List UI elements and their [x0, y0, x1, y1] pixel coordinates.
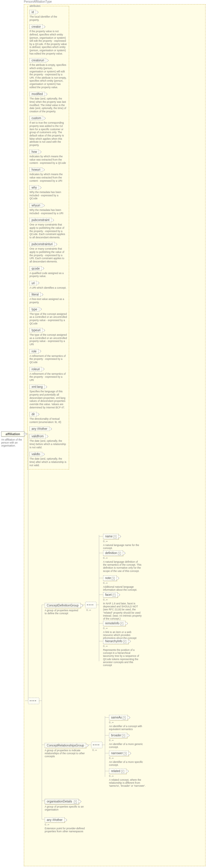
- attribute-desc: The type of the concept assigned as a co…: [29, 312, 67, 325]
- expand-icon[interactable]: +: [123, 640, 126, 643]
- element-desc: A related concept, where the relationshi…: [109, 778, 148, 787]
- group-concept-definition-label: ConceptDefinitionGroup: [45, 603, 81, 608]
- attribute-label: xml:lang: [29, 384, 45, 389]
- attribute-label: validto: [29, 452, 42, 456]
- attribute-label: why: [29, 185, 39, 190]
- element-desc: A natural language name for the concept.: [103, 544, 142, 550]
- cardinality: 0..∞: [109, 756, 148, 760]
- sequence-compositor-main: [28, 698, 39, 704]
- element-any-other-label: any ##other: [45, 817, 65, 823]
- element-hierarchyinfo: hierarchyInfo+0..∞Represents the positio…: [103, 639, 142, 666]
- group-concept-relationships-label: ConceptRelationshipsGroup: [45, 743, 86, 748]
- attribute-typeuri: typeuriThe type of the concept assigned …: [29, 328, 67, 346]
- attribute-roleuri: roleuriA refinement of the semantics of …: [29, 367, 67, 382]
- attribute-desc: Why the metadata has been included - exp…: [29, 191, 67, 200]
- cardinality: 0..∞: [109, 739, 148, 742]
- element-label: note+: [103, 576, 117, 581]
- attribute-desc: A qualified code assigned as a property …: [29, 272, 67, 278]
- attribute-dir: dirThe directionality of textual content…: [29, 412, 67, 424]
- element-desc: A natural language definition of the sem…: [103, 560, 142, 572]
- expand-icon[interactable]: +: [124, 752, 126, 755]
- cardinality-crg: 0..∞: [92, 749, 97, 751]
- attribute-howuri: howuriIndicates by which means the value…: [29, 167, 67, 182]
- sequence-compositor-cdg: [85, 602, 96, 608]
- attribute-qcode: qcodeA qualified code assigned as a prop…: [29, 266, 67, 278]
- expand-icon[interactable]: +: [121, 770, 124, 773]
- cardinality-any: 0..∞: [45, 823, 86, 826]
- element-organisation-details-label: organisationDetails +: [45, 799, 79, 804]
- attribute-desc: Why the metadata has been included - exp…: [29, 209, 67, 215]
- attribute-desc: A URI which identifies a concept.: [29, 286, 67, 289]
- element-organisation-details: organisationDetails + A group of propert…: [45, 799, 86, 811]
- element-remoteinfo: remoteInfo+0..∞A link to an item or a we…: [103, 621, 142, 640]
- expand-icon[interactable]: +: [123, 716, 126, 719]
- attribute-label: uri: [29, 281, 37, 285]
- attribute-label: modified: [29, 92, 45, 96]
- attribute-label: creatoruri: [29, 58, 46, 63]
- attribute-label: pubconstrainturi: [29, 242, 55, 246]
- element-label: broader+: [109, 733, 127, 738]
- attribute-desc: The date (and, optionally, the time) whe…: [29, 97, 67, 113]
- attribute-desc: A refinement of the semantics of the pro…: [29, 354, 67, 364]
- attribute-type: typeThe type of the concept assigned as …: [29, 307, 67, 325]
- element-desc: A link to an item or a web resource whic…: [103, 630, 142, 640]
- root-element-label: affiliation: [1, 431, 24, 437]
- cardinality: 0..∞: [109, 774, 148, 777]
- expand-icon[interactable]: +: [122, 734, 125, 737]
- expand-icon[interactable]: +: [113, 594, 116, 597]
- cardinality: 0..∞: [103, 540, 142, 543]
- element-label: narrower+: [109, 751, 129, 756]
- attribute-label: howuri: [29, 167, 42, 172]
- expand-icon[interactable]: +: [118, 552, 121, 555]
- attribute-desc: If the attribute is empty, specifies whi…: [29, 63, 67, 89]
- group-concept-definition: ConceptDefinitionGroup A group of proper…: [45, 603, 79, 615]
- attribute-desc: A refinement of the semantics of the pro…: [29, 372, 67, 382]
- expand-icon[interactable]: +: [112, 577, 115, 580]
- root-element: affiliation An affiliation of the person…: [1, 431, 24, 447]
- element-desc: In NAR 1.8 and later, facet is deprecate…: [103, 602, 142, 620]
- attribute-desc: Indicates by which means the value was e…: [29, 173, 67, 182]
- element-desc: Additional natural language information …: [103, 585, 142, 591]
- attribute-label: how: [29, 150, 39, 154]
- attribute-desc: The local identifier of the property.: [29, 15, 67, 22]
- attribute-desc: A free-text value assigned as a property…: [29, 298, 67, 304]
- attribute-label: id: [29, 10, 36, 14]
- attribute-role: roleA refinement of the semantics of the…: [29, 349, 67, 364]
- element-organisation-details-label-text: organisationDetails: [47, 800, 72, 803]
- element-desc: An identifier of a more specific concept…: [109, 761, 148, 767]
- element-related: related+0..∞A related concept, where the…: [109, 769, 148, 787]
- attribute-whyuri: whyuriWhy the metadata has been included…: [29, 203, 67, 215]
- expand-icon[interactable]: +: [74, 800, 77, 803]
- element-any-other: any ##other 0..∞ Extension point for pro…: [45, 817, 86, 833]
- attribute-label: any ##other: [29, 427, 50, 431]
- element-desc: Represents the position of a concept in …: [103, 648, 142, 666]
- root-element-desc: An affiliation of the person with an org…: [1, 438, 23, 447]
- element-sameas: sameAs+0..∞An identifier of a concept wi…: [109, 715, 148, 731]
- attribute-desc: The date (and, optionally, the time) aft…: [29, 457, 67, 467]
- attribute-desc: The type of the concept assigned as a co…: [29, 333, 67, 346]
- attribute-label: creator: [29, 24, 43, 29]
- element-narrower: narrower+0..∞An identifier of a more spe…: [109, 751, 148, 767]
- expand-icon[interactable]: +: [114, 535, 116, 538]
- attribute-why: whyWhy the metadata has been included - …: [29, 185, 67, 200]
- attribute-xml-lang: xml:langSpecifies the language of this p…: [29, 384, 67, 409]
- attribute-desc: If set to true the corresponding propert…: [29, 121, 67, 147]
- expand-icon[interactable]: +: [120, 622, 123, 625]
- attribute-desc: One or many constraints that apply to pu…: [29, 247, 67, 263]
- attribute-any---other: any ##other: [29, 427, 67, 431]
- attribute-desc: One or many constraints that apply to pu…: [29, 223, 67, 239]
- attribute-label: pubconstraint: [29, 218, 52, 222]
- element-label: hierarchyInfo+: [103, 639, 128, 644]
- element-facet: facet+0..∞In NAR 1.8 and later, facet is…: [103, 592, 142, 620]
- attribute-label: dir: [29, 412, 37, 416]
- cardinality: 0..∞: [103, 627, 142, 630]
- cardinality: 0..∞: [103, 582, 142, 584]
- cardinality: 0..∞: [109, 721, 148, 724]
- element-organisation-details-desc: A group of properties specific to an org…: [45, 805, 86, 811]
- element-desc: An identifier of a concept with equivale…: [109, 725, 148, 731]
- element-label: remoteInfo+: [103, 621, 125, 626]
- attribute-desc: Indicates by which means the value was e…: [29, 155, 67, 164]
- element-desc: An identifier of a more generic concept.: [109, 743, 148, 749]
- attribute-label: role: [29, 349, 39, 353]
- attribute-validfrom: validfromThe date (and, optionally, the …: [29, 434, 67, 449]
